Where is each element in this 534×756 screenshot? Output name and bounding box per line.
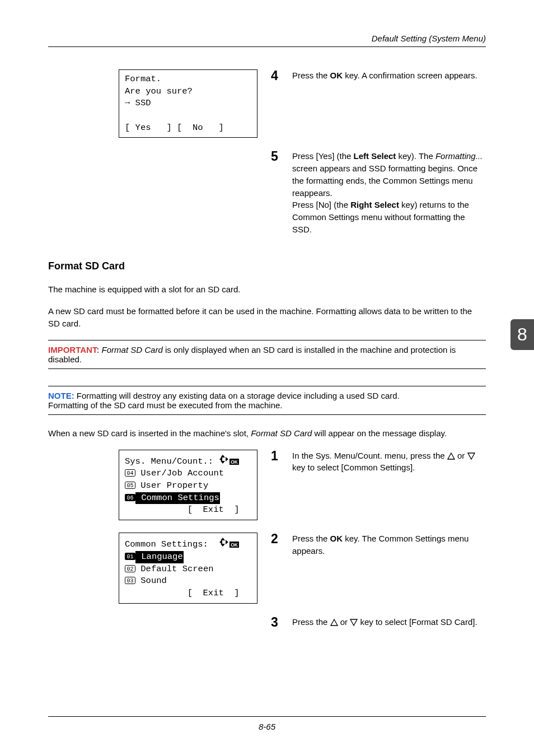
note-t1: Formatting will destroy any existing dat… [74,391,400,400]
important-block: IMPORTANT: Format SD Card is only displa… [48,340,486,368]
heading-format-sd: Format SD Card [48,260,486,272]
s3b: or [338,617,350,627]
s1c: key to select [Common Settings]. [292,463,415,472]
s5d: Formatting... [435,151,483,161]
s5e: screen appears and SSD formatting begins… [292,164,477,198]
svg-text:03: 03 [127,578,133,584]
s1b: or [455,451,467,460]
row-step5: 5 Press [Yes] (the Left Select key). The… [48,150,486,246]
s5g: Right Select [350,200,399,209]
num-box-icon: 04 [125,469,135,477]
lcd3-i2: Default Screen [135,564,214,574]
step-5-num: 5 [271,150,282,163]
s2b: OK [330,534,343,543]
triangle-up-icon [447,452,455,460]
note-block: NOTE: Formatting will destroy any existi… [48,386,486,414]
row-step3: 3 Press the or key to select [Format SD … [48,616,486,640]
num-box-icon: 05 [125,482,135,489]
step-5: 5 Press [Yes] (the Left Select key). The… [271,150,486,235]
svg-text:01: 01 [127,554,133,560]
svg-text:05: 05 [127,483,133,489]
s2a: Press the [292,534,330,543]
s1a: In the Sys. Menu/Count. menu, press the [292,451,447,460]
s5b: Left Select [354,151,396,161]
lcd-common-settings: Common Settings: 01 Language 02 Default … [119,533,257,603]
imp-t1: Format SD Card [99,345,162,354]
nav-ok-icon [218,454,229,468]
lcd1-l5: [ Yes ] [ No ] [125,123,224,133]
lcd1-l1: Format. [125,74,161,84]
step-1: 1 In the Sys. Menu/Count. menu, press th… [271,450,486,474]
para-must-format: A new SD card must be formatted before i… [48,305,486,330]
svg-text:02: 02 [127,566,133,572]
running-header: Default Setting (System Menu) [48,34,486,43]
step-2: 2 Press the OK key. The Common Settings … [271,533,486,557]
step-5-text: Press [Yes] (the Left Select key). The F… [292,150,486,235]
lcd3-exit: [ Exit ] [188,588,240,598]
step-2-text: Press the OK key. The Common Settings me… [292,533,486,557]
lcd2-exit: [ Exit ] [188,505,240,515]
row-lcd1: Format. Are you sure? → SSD [ Yes ] [ No… [48,69,486,150]
lcd-format-confirm: Format. Are you sure? → SSD [ Yes ] [ No… [119,69,257,138]
lcd3-i3: Sound [135,576,167,586]
s3a: Press the [292,617,330,627]
lcd3-i1: Language [135,551,184,563]
num-box-icon: 02 [125,565,135,572]
step-3-num: 3 [271,616,282,629]
note-t2: Formatting of the SD card must be execut… [48,400,283,410]
step-1-text: In the Sys. Menu/Count. menu, press the … [292,450,486,474]
s3c: key to select [Format SD Card]. [358,617,477,627]
step-4-num: 4 [271,69,282,82]
num-box-icon: 03 [125,577,135,584]
lcd2-i2: User Property [135,480,208,491]
para-insert: When a new SD card is inserted in the ma… [48,427,486,440]
ok-icon [229,542,239,548]
triangle-up-icon [330,619,338,626]
important-label: IMPORTANT: [48,345,99,354]
lcd2-i1: User/Job Account [135,468,224,478]
num-box-inv-icon: 01 [125,553,135,560]
row-lcd2: Sys. Menu/Count.: 04 User/Job Account 05… [48,450,486,533]
s5f: Press [No] (the [292,200,350,209]
triangle-down-icon [467,452,475,460]
step4-t3: key. A confirmation screen appears. [343,71,477,80]
lcd3-i1-text: Language [135,551,184,563]
row-lcd3: Common Settings: 01 Language 02 Default … [48,533,486,615]
step-3: 3 Press the or key to select [Format SD … [271,616,486,629]
step4-t1: Press the [292,71,330,80]
footer-rule [48,716,486,717]
page-number: 8-65 [48,722,486,731]
step-2-num: 2 [271,533,282,545]
p3b: Format SD Card [251,428,312,438]
ok-icon [229,459,239,465]
p3a: When a new SD card is inserted in the ma… [48,428,251,438]
note-label: NOTE: [48,391,74,400]
step4-t2: OK [330,71,343,80]
lcd1-l3: → SSD [125,98,151,108]
lcd1-l2: Are you sure? [125,86,193,96]
svg-text:06: 06 [127,495,133,501]
nav-ok-icon [218,536,229,551]
step-4-text: Press the OK key. A confirmation screen … [292,69,477,82]
lcd2-i3: Common Settings [135,492,220,505]
step-1-num: 1 [271,450,282,463]
s5a: Press [Yes] (the [292,151,354,161]
chapter-tab: 8 [510,319,534,350]
step-4: 4 Press the OK key. A confirmation scree… [271,69,486,82]
s5c: key). The [396,151,435,161]
lcd2-title: Sys. Menu/Count.: [125,456,213,466]
svg-text:04: 04 [127,470,133,477]
p3c: will appear on the message display. [312,428,447,438]
num-box-inv-icon: 06 [125,494,135,501]
lcd-sys-menu: Sys. Menu/Count.: 04 User/Job Account 05… [119,450,257,520]
header-rule [48,46,486,47]
lcd3-title: Common Settings: [125,539,208,549]
para-slot: The machine is equipped with a slot for … [48,283,486,296]
triangle-down-icon [350,619,358,626]
step-3-text: Press the or key to select [Format SD Ca… [292,616,477,628]
